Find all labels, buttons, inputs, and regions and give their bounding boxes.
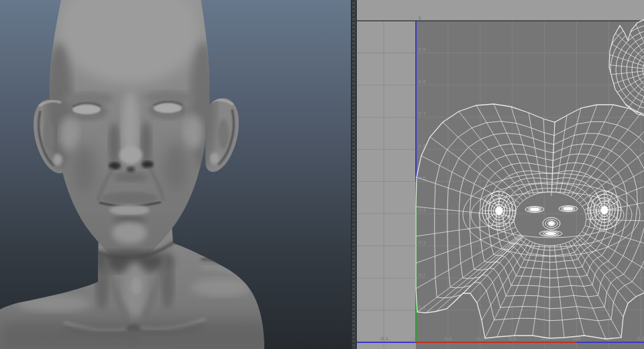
svg-text:-0.1: -0.1 — [379, 336, 388, 342]
svg-text:0.2: 0.2 — [476, 336, 484, 342]
svg-text:0.1: 0.1 — [419, 304, 427, 310]
svg-text:0.4: 0.4 — [419, 207, 427, 213]
uv-grid-background — [357, 0, 644, 349]
uv-canvas: 10.90.80.70.60.50.40.30.20.1-0.2-0.100.1… — [357, 0, 644, 349]
svg-text:0.8: 0.8 — [419, 79, 427, 85]
svg-text:0.7: 0.7 — [419, 111, 427, 117]
svg-text:1: 1 — [419, 15, 422, 21]
splitter-grip-texture — [353, 0, 354, 349]
svg-text:0.3: 0.3 — [419, 240, 427, 246]
svg-text:0.9: 0.9 — [419, 46, 427, 52]
app-window: 10.90.80.70.60.50.40.30.20.1-0.2-0.100.1… — [0, 0, 644, 349]
svg-text:0.1: 0.1 — [444, 336, 452, 342]
svg-text:0.7: 0.7 — [637, 336, 644, 342]
viewport-canvas — [0, 0, 351, 349]
svg-text:0.2: 0.2 — [419, 272, 427, 278]
perspective-viewport[interactable] — [0, 0, 351, 349]
uv-texture-editor[interactable]: 10.90.80.70.60.50.40.30.20.1-0.2-0.100.1… — [357, 0, 644, 349]
svg-text:0: 0 — [412, 336, 415, 342]
panel-splitter[interactable] — [351, 0, 357, 349]
